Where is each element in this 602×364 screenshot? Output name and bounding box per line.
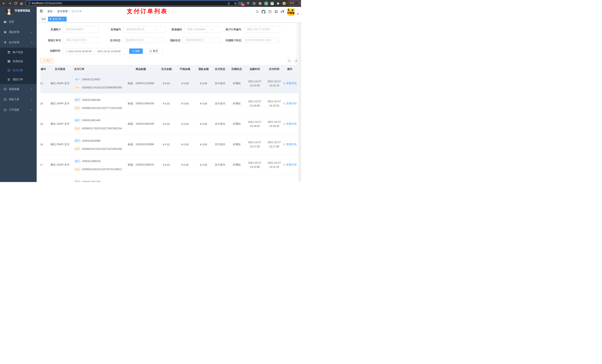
svg-text:⌘: ⌘ xyxy=(253,2,255,4)
svg-text:y: y xyxy=(266,2,267,5)
svg-text:¥: ¥ xyxy=(8,70,9,71)
